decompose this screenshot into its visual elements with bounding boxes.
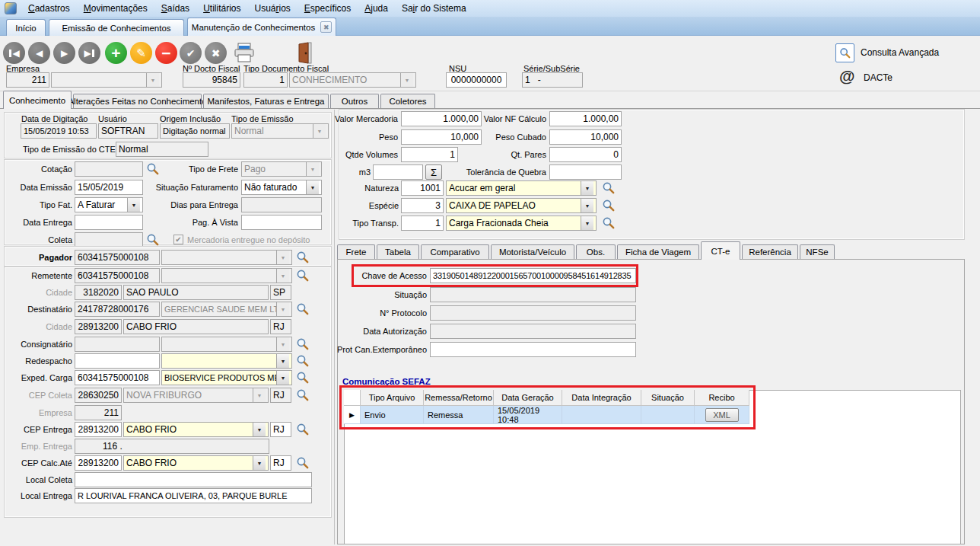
tab-motorista-veiculo[interactable]: Motorista/Veículo	[491, 244, 574, 259]
close-tab-icon[interactable]: ✖	[320, 21, 332, 33]
chevron-down-icon[interactable]: ▼	[276, 354, 289, 368]
especie-code-field[interactable]: 3	[401, 198, 444, 213]
cep-entrega-lookup-button[interactable]	[295, 422, 310, 437]
chevron-down-icon[interactable]: ▼	[581, 181, 593, 195]
window-tab-emissao[interactable]: Emissão de Conhecimentos	[49, 19, 184, 36]
exped-carga-lookup-button[interactable]	[295, 370, 310, 385]
chevron-down-icon[interactable]: ▼	[253, 456, 266, 470]
tolerancia-field[interactable]	[549, 164, 622, 180]
exped-carga-code-field[interactable]: 60341575000108	[75, 370, 160, 385]
menu-item-ajuda[interactable]: Ajuda	[358, 3, 395, 14]
exit-door-icon[interactable]	[296, 41, 314, 65]
tipo-transp-combo[interactable]: Carga Fracionada Cheia▼	[446, 216, 597, 231]
tab-comparativo[interactable]: Comparativo	[421, 244, 489, 259]
redespacho-combo[interactable]: ▼	[161, 353, 292, 369]
menu-item-cadastros[interactable]: Cadastros	[21, 3, 77, 14]
chevron-down-icon[interactable]: ▼	[306, 180, 319, 194]
sit-fat-combo[interactable]: Não faturado▼	[241, 180, 322, 195]
natureza-combo[interactable]: Acucar em geral▼	[446, 180, 597, 196]
dacte-icon[interactable]: @	[839, 67, 854, 85]
next-record-button[interactable]: ▶	[53, 42, 75, 64]
magnifier-icon	[295, 388, 310, 402]
tab-alteracoes[interactable]: Alterações Feitas no Conhecimento	[73, 94, 202, 108]
advanced-search-button[interactable]	[835, 43, 854, 62]
menu-item-movimentacoes[interactable]: Movimentações	[77, 3, 154, 14]
cep-calc-combo[interactable]: CABO FRIO▼	[123, 455, 269, 471]
menu-item-utilitarios[interactable]: Utilitários	[196, 3, 247, 14]
edit-record-button[interactable]: ✎	[130, 42, 152, 64]
add-record-button[interactable]: +	[105, 42, 127, 64]
menu-item-saidas[interactable]: Saídas	[154, 3, 196, 14]
dacte-label[interactable]: DACTe	[864, 72, 892, 83]
tab-conhecimento[interactable]: Conhecimento	[3, 91, 72, 109]
destinatario-lookup-button[interactable]	[295, 302, 310, 317]
consignatario-lookup-button[interactable]	[295, 337, 310, 352]
chevron-down-icon[interactable]: ▼	[276, 371, 289, 385]
m3-field[interactable]	[373, 164, 423, 180]
peso-cubado-field[interactable]: 10,000	[549, 129, 622, 145]
coleta-lookup-button[interactable]	[145, 232, 161, 247]
natureza-code-field[interactable]: 1001	[401, 180, 444, 196]
redespacho-lookup-button[interactable]	[295, 353, 310, 369]
redespacho-code-field[interactable]	[75, 353, 160, 369]
menu-item-especificos[interactable]: Específicos	[298, 3, 358, 14]
cancel-button[interactable]: ✖	[205, 42, 227, 64]
local-entrega-field[interactable]: R LOURIVAL FRANCA OLIVEIRA, 03, PARQUE B…	[75, 488, 312, 503]
sum-button[interactable]: Σ	[425, 164, 442, 180]
magnifier-icon	[601, 198, 616, 212]
qtde-volumes-field[interactable]: 1	[401, 147, 458, 162]
tab-frete[interactable]: Frete	[337, 244, 375, 259]
remetente-lookup-button[interactable]	[295, 268, 310, 283]
tipo-transp-lookup-button[interactable]	[601, 216, 616, 231]
tab-cte[interactable]: CT-e	[701, 241, 740, 260]
especie-lookup-button[interactable]	[601, 198, 616, 213]
cep-calc-code[interactable]: 28913200	[75, 455, 122, 471]
exped-carga-combo[interactable]: BIOSERVICE PRODUTOS MEDIC▼	[161, 370, 292, 385]
cep-coleta-uf: RJ	[270, 388, 291, 403]
confirm-button[interactable]: ✔	[180, 42, 202, 64]
natureza-lookup-button[interactable]	[601, 180, 616, 196]
valor-nf-field[interactable]: 1.000,00	[549, 111, 622, 126]
tab-obs[interactable]: Obs.	[576, 244, 616, 259]
especie-combo[interactable]: CAIXA DE PAPELAO▼	[446, 198, 597, 213]
emp-entrega-field: 116 .	[75, 439, 269, 454]
consulta-avancada-label[interactable]: Consulta Avançada	[861, 47, 939, 58]
chevron-down-icon[interactable]: ▼	[581, 216, 593, 230]
tab-manifestos[interactable]: Manifestos, Faturas e Entrega	[203, 94, 329, 108]
chevron-down-icon[interactable]: ▼	[581, 199, 593, 212]
tab-ficha-viagem[interactable]: Ficha de Viagem	[617, 244, 699, 259]
cep-coleta-lookup-button[interactable]	[295, 388, 310, 403]
data-entrega-field[interactable]	[75, 215, 143, 230]
menu-item-usuarios[interactable]: Usuários	[247, 3, 297, 14]
local-coleta-field[interactable]	[75, 472, 312, 487]
usuario-label: Usuário	[98, 114, 127, 123]
cep-calc-lookup-button[interactable]	[295, 455, 310, 471]
last-record-button[interactable]: ▶	[78, 42, 100, 64]
pagador-lookup-button[interactable]	[295, 250, 310, 265]
delete-record-button[interactable]: −	[155, 42, 177, 64]
magnifier-icon	[295, 250, 310, 264]
prev-record-button[interactable]: ◀	[28, 42, 50, 64]
prot-can-field[interactable]	[430, 342, 636, 357]
tipo-fat-combo[interactable]: A Faturar▼	[75, 197, 143, 212]
cep-coleta-label: CEP Coleta	[2, 391, 72, 400]
qt-pares-field[interactable]: 0	[549, 147, 622, 162]
printer-icon[interactable]	[233, 42, 256, 64]
chevron-down-icon[interactable]: ▼	[253, 423, 266, 436]
menu-item-sair[interactable]: Sair do Sistema	[395, 3, 473, 14]
tab-nfse[interactable]: NFSe	[800, 244, 835, 259]
pag-vista-field[interactable]	[241, 215, 322, 230]
tab-tabela[interactable]: Tabela	[377, 244, 419, 259]
cep-entrega-code[interactable]: 28913200	[75, 422, 122, 437]
tab-referencia[interactable]: Referência	[742, 244, 798, 259]
tipo-transp-code-field[interactable]: 1	[401, 216, 444, 231]
window-tab-manutencao[interactable]: Manutenção de Conhecimentos ✖	[187, 18, 336, 36]
window-tab-inicio[interactable]: Início	[6, 19, 46, 36]
destinatario-label: Destinatário	[2, 305, 72, 314]
data-emissao-field[interactable]: 15/05/2019	[75, 180, 143, 195]
cep-entrega-combo[interactable]: CABO FRIO▼	[123, 422, 269, 437]
first-record-button[interactable]: ◀	[3, 42, 25, 64]
chevron-down-icon[interactable]: ▼	[127, 198, 140, 212]
tab-coletores[interactable]: Coletores	[380, 94, 435, 108]
tab-outros[interactable]: Outros	[330, 94, 379, 108]
